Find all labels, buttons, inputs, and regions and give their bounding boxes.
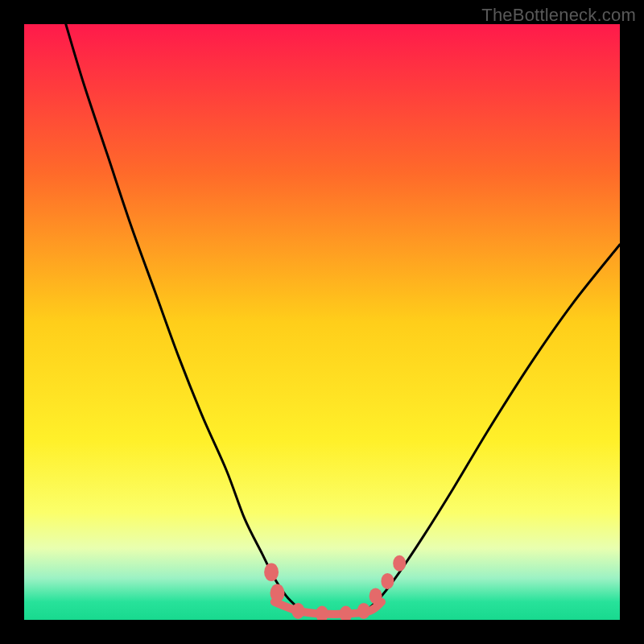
marker-dot (357, 603, 370, 619)
bottleneck-chart (24, 24, 620, 620)
marker-dot (264, 564, 279, 582)
chart-frame (24, 24, 620, 620)
marker-dot (270, 584, 285, 602)
watermark-text: TheBottleneck.com (481, 5, 636, 26)
marker-dot (369, 588, 382, 604)
marker-dot (393, 555, 406, 572)
marker-dot (381, 573, 394, 589)
gradient-bg (24, 24, 620, 620)
marker-dot (291, 603, 304, 619)
